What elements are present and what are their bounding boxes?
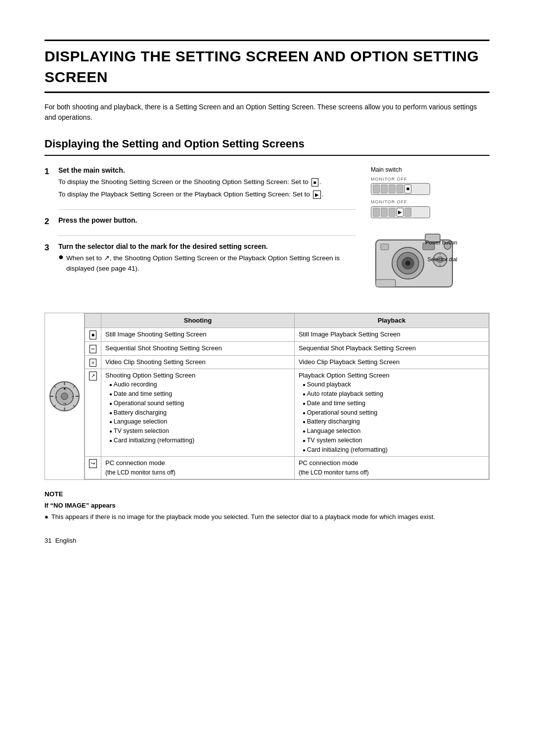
switch-track-2: ▶ [371, 206, 430, 218]
icon-cell-still: ■ [85, 328, 101, 341]
pc-shooting-sub: (the LCD monitor turns off) [105, 469, 176, 476]
option-playback-label: Playback Option Setting Screen [299, 372, 390, 379]
option-shooting-label: Shooting Option Setting Screen [105, 372, 195, 379]
table-row: ■ Still Image Shooting Setting Screen St… [85, 328, 489, 341]
intro-paragraph: For both shooting and playback, there is… [44, 102, 490, 123]
svg-text:≡: ≡ [55, 395, 57, 398]
step-3: 3 Turn the selector dial to the mark for… [44, 242, 356, 275]
svg-point-18 [61, 393, 68, 400]
step-number-2: 2 [44, 216, 53, 228]
svg-rect-15 [376, 280, 396, 287]
seg-5 [373, 208, 380, 217]
seg-2 [381, 185, 388, 193]
main-title: DISPLAYING THE SETTING SCREEN AND OPTION… [44, 40, 490, 93]
seq-shooting-cell: Sequential Shot Shooting Setting Screen [101, 341, 295, 355]
still-shooting-cell: Still Image Shooting Setting Screen [101, 328, 295, 341]
video-shooting-cell: Video Clip Shooting Setting Screen [101, 355, 295, 369]
option-playback-cell: Playback Option Setting Screen Sound pla… [294, 369, 489, 457]
monitor-off-label-2: MONITOR OFF [371, 199, 430, 205]
switch-track-1: ■ [371, 183, 430, 195]
option-playback-sub-7: TV system selection [299, 436, 485, 445]
step-3-body: ● When set to ↗, the Shooting Option Set… [58, 253, 356, 274]
option-playback-sub-3: Date and time setting [299, 399, 485, 408]
step-3-bullet-text: When set to ↗, the Shooting Option Setti… [66, 253, 356, 274]
power-button-label-text: Power button [425, 239, 457, 246]
step-3-bullet: ● When set to ↗, the Shooting Option Set… [58, 253, 356, 274]
svg-text:↗: ↗ [71, 395, 74, 398]
table-row: ↗ Shooting Option Setting Screen Audio r… [85, 369, 489, 457]
step-1-line-2: To display the Playback Setting Screen o… [58, 189, 356, 199]
main-switch-label: Main switch [371, 166, 402, 174]
selector-dial-label-text: Selector dial [427, 256, 457, 262]
step-1: 1 Set the main switch. To display the Sh… [44, 166, 356, 201]
option-shooting-cell: Shooting Option Setting Screen Audio rec… [101, 369, 295, 457]
language: English [55, 537, 77, 544]
table-row: ↪ PC connection mode(the LCD monitor tur… [85, 457, 489, 479]
step-2-title: Press the power button. [58, 216, 356, 226]
option-shooting-sub-7: Card initializing (reformatting) [105, 436, 290, 445]
steps-column: 1 Set the main switch. To display the Sh… [44, 166, 356, 301]
playback-header: Playback [294, 313, 489, 328]
note-section: NOTE If “NO IMAGE” appears ● This appear… [44, 490, 490, 522]
shooting-header: Shooting [101, 313, 295, 328]
note-bullet-dot: ● [44, 512, 48, 522]
settings-table: Shooting Playback ■ Still Image Shooting… [85, 313, 489, 479]
seg-7 [389, 208, 396, 217]
option-playback-sub-4: Operational sound setting [299, 408, 485, 418]
step-3-content: Turn the selector dial to the mark for t… [58, 242, 356, 275]
step-1-body: To display the Shooting Setting Screen o… [58, 177, 356, 199]
svg-text:↪: ↪ [63, 401, 66, 405]
switch-2-visual: ▶ [371, 206, 430, 218]
camera-illustration: Power button Selector dial [371, 225, 457, 297]
video-icon: ≡ [89, 359, 96, 367]
note-body-text: This appears if there is no image for th… [51, 512, 435, 522]
dial-image-cell: ■ ↪ ≡ ↗ [45, 313, 85, 479]
option-shooting-sub-6: TV system selection [105, 426, 290, 436]
svg-text:■: ■ [63, 387, 65, 390]
note-body: ● This appears if there is no image for … [44, 512, 490, 522]
icon-cell-video: ≡ [85, 355, 101, 369]
option-shooting-sub-5: Language selection [105, 417, 290, 426]
seq-icon: ═ [89, 345, 96, 353]
divider-2 [58, 236, 356, 236]
page-number: 31 [44, 537, 51, 544]
step-number-1: 1 [44, 166, 53, 201]
icon-cell-seq: ═ [85, 341, 101, 355]
pc-icon: ↪ [89, 459, 97, 468]
option-icon: ↗ [89, 372, 97, 380]
switch-1-visual: ■ [371, 183, 430, 195]
pc-shooting-cell: PC connection mode(the LCD monitor turns… [101, 457, 295, 479]
power-button-label: Power button [425, 239, 457, 246]
step-2: 2 Press the power button. [44, 216, 356, 228]
diagram-column: Main switch MONITOR OFF ■ MONITOR OFF [371, 166, 490, 301]
step-number-3: 3 [44, 242, 53, 275]
table-row: ═ Sequential Shot Shooting Setting Scree… [85, 341, 489, 355]
switch-1-group: MONITOR OFF ■ [371, 176, 430, 195]
seg-camera: ■ [404, 185, 411, 193]
svg-rect-5 [381, 244, 389, 250]
option-shooting-sub-2: Date and time setting [105, 389, 290, 399]
step-3-title: Turn the selector dial to the mark for t… [58, 242, 356, 252]
content-area: 1 Set the main switch. To display the Sh… [44, 166, 490, 301]
still-playback-cell: Still Image Playback Setting Screen [294, 328, 489, 341]
pc-playback-sub: (the LCD monitor turns off) [299, 469, 369, 476]
still-icon: ■ [89, 331, 96, 339]
step-2-content: Press the power button. [58, 216, 356, 228]
option-playback-sub-2: Auto rotate playback setting [299, 389, 485, 399]
monitor-off-label-1: MONITOR OFF [371, 176, 430, 183]
table-row: ≡ Video Clip Shooting Setting Screen Vid… [85, 355, 489, 369]
page-footer: 31 English [44, 536, 490, 545]
option-playback-sub-5: Battery discharging [299, 417, 485, 426]
divider-1 [58, 209, 356, 210]
pc-playback-cell: PC connection mode(the LCD monitor turns… [294, 457, 489, 479]
seg-8 [404, 208, 411, 217]
section-title: Displaying the Setting and Option Settin… [44, 137, 490, 156]
icon-header [85, 313, 101, 328]
step-1-title: Set the main switch. [58, 166, 356, 176]
option-shooting-sub-3: Operational sound setting [105, 399, 290, 408]
note-subtitle: If “NO IMAGE” appears [44, 501, 490, 510]
svg-point-4 [405, 261, 410, 266]
seg-3 [389, 185, 396, 193]
seg-4 [397, 185, 403, 193]
step-1-content: Set the main switch. To display the Shoo… [58, 166, 356, 201]
